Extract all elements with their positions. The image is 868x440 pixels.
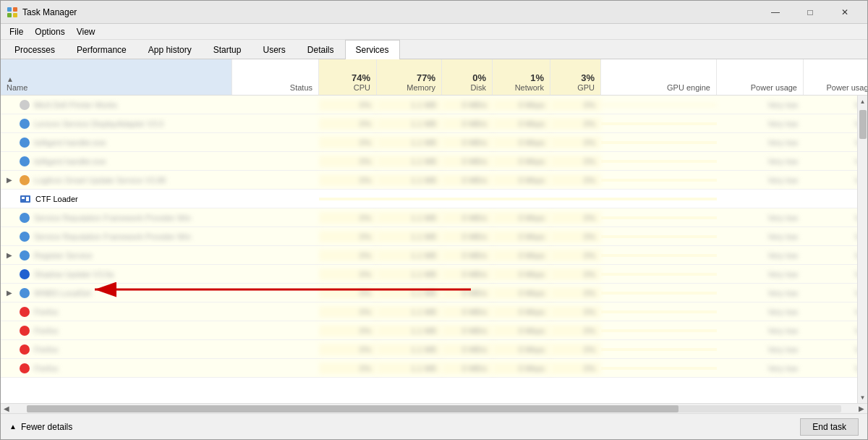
col-disk-pct: 0%: [472, 72, 486, 83]
horizontal-scrollbar[interactable]: ◀ ▶: [1, 403, 867, 413]
col-name[interactable]: ▲ Name: [1, 59, 232, 95]
table-body: MicIt Defi Printer Works 0% 1.1 MB 0 MB/…: [1, 96, 867, 378]
tab-services[interactable]: Services: [345, 40, 400, 59]
network-cell: 0 Mbps: [493, 363, 550, 374]
gpu-cell: 0%: [550, 137, 601, 148]
network-cell: 0 Mbps: [493, 99, 550, 111]
memory-cell: 1.1 MB: [377, 212, 442, 224]
process-icon: [20, 344, 30, 355]
power-cell: Very low: [717, 325, 804, 337]
gpu-engine-cell: [601, 235, 717, 238]
scroll-right-button[interactable]: ▶: [856, 405, 867, 412]
network-cell: 0 Mbps: [493, 250, 550, 261]
col-cpu-pct: 74%: [352, 72, 370, 83]
memory-cell: 1.1 MB: [377, 156, 442, 167]
disk-cell: 0 MB/s: [442, 363, 493, 374]
memory-cell: 1.1 MB: [377, 325, 442, 337]
gpu-engine-cell: [601, 141, 717, 144]
end-task-button[interactable]: End task: [800, 418, 859, 436]
col-memory-pct: 77%: [417, 72, 435, 83]
col-gpu[interactable]: 3% GPU: [550, 59, 601, 95]
col-power[interactable]: Power usage: [717, 59, 804, 95]
maximize-button[interactable]: □: [793, 1, 827, 24]
ctf-loader-row[interactable]: CTF Loader: [1, 190, 867, 208]
close-button[interactable]: ✕: [828, 1, 861, 24]
process-name-cell: lolAgent handler.exe: [1, 136, 232, 149]
cpu-cell: 0%: [319, 137, 377, 148]
col-power-trend[interactable]: Power usage t...: [804, 59, 867, 95]
expand-icon[interactable]: ▶: [7, 251, 15, 259]
gpu-engine-cell: [601, 160, 717, 163]
table-row[interactable]: Firefox 0% 1.1 MB 0 MB/s 0 Mbps 0% Very …: [1, 302, 867, 321]
gpu-engine-cell: [601, 179, 717, 182]
scroll-down-button[interactable]: ▼: [858, 392, 868, 403]
process-icon: [20, 326, 30, 336]
col-status-label: Status: [290, 83, 312, 92]
col-cpu[interactable]: 74% CPU: [319, 59, 377, 95]
memory-cell: 1.1 MB: [377, 174, 442, 186]
tab-details[interactable]: Details: [297, 40, 345, 59]
table-row[interactable]: MicIt Defi Printer Works 0% 1.1 MB 0 MB/…: [1, 96, 867, 114]
disk-cell: 0 MB/s: [442, 325, 493, 337]
table-row[interactable]: Service Reputation Framework Provider Wi…: [1, 227, 867, 246]
minimize-button[interactable]: —: [759, 1, 792, 24]
tab-app-history[interactable]: App history: [137, 40, 203, 59]
expand-icon[interactable]: ▶: [7, 176, 15, 184]
menu-view[interactable]: View: [71, 25, 101, 38]
table-row[interactable]: lolAgent handler.exe 0% 1.1 MB 0 MB/s 0 …: [1, 133, 867, 152]
svg-rect-1: [13, 7, 17, 12]
disk-cell: 0 MB/s: [442, 118, 493, 130]
process-name: Shadow Update V3.0a: [34, 270, 114, 279]
table-row[interactable]: Lenovo Service DisplayAdapter V3.0 0% 1.…: [1, 114, 867, 133]
table-row[interactable]: ▶ Logitron Smart Update Service V3.88 0%…: [1, 171, 867, 190]
tab-processes[interactable]: Processes: [4, 40, 66, 59]
table-row[interactable]: Shadow Update V3.0a 0% 1.1 MB 0 MB/s 0 M…: [1, 265, 867, 284]
gpu-engine-cell: [601, 310, 717, 313]
tab-startup[interactable]: Startup: [203, 40, 252, 59]
scroll-up-button[interactable]: ▲: [858, 96, 868, 107]
menu-options[interactable]: Options: [29, 25, 70, 38]
gpu-cell: 0%: [550, 325, 601, 337]
status-cell: [232, 235, 319, 238]
gpu-engine-cell: [601, 198, 717, 200]
col-network[interactable]: 1% Network: [493, 59, 550, 95]
gpu-cell: 0%: [550, 250, 601, 261]
table-row[interactable]: Firefox 0% 1.1 MB 0 MB/s 0 Mbps 0% Very …: [1, 359, 867, 378]
tab-performance[interactable]: Performance: [66, 40, 137, 59]
expand-icon[interactable]: ▶: [7, 289, 15, 297]
table-header: ▲ Name Status 74% CPU 77% Memory 0% Disk…: [1, 59, 867, 96]
col-gpu-engine[interactable]: GPU engine: [601, 59, 717, 95]
table-row[interactable]: Firefox 0% 1.1 MB 0 MB/s 0 Mbps 0% Very …: [1, 321, 867, 340]
vertical-scrollbar[interactable]: ▲ ▼: [857, 96, 867, 403]
col-memory[interactable]: 77% Memory: [377, 59, 442, 95]
cpu-cell: 0%: [319, 363, 377, 374]
fewer-details-button[interactable]: ▲ Fewer details: [9, 422, 72, 432]
menu-file[interactable]: File: [4, 25, 29, 38]
col-status[interactable]: Status: [232, 59, 319, 95]
cpu-cell: 0%: [319, 306, 377, 318]
table-row[interactable]: Firefox 0% 1.1 MB 0 MB/s 0 Mbps 0% Very …: [1, 340, 867, 359]
process-name-cell: Shadow Update V3.0a: [1, 268, 232, 281]
col-disk[interactable]: 0% Disk: [442, 59, 493, 95]
scroll-left-button[interactable]: ◀: [1, 405, 12, 412]
status-cell: [232, 310, 319, 313]
table-row[interactable]: ▶ WNBS LocalSet 0% 1.1 MB 0 MB/s 0 Mbps …: [1, 284, 867, 302]
tab-users[interactable]: Users: [252, 40, 296, 59]
scroll-thumb[interactable]: [859, 110, 867, 139]
cpu-cell: 0%: [319, 156, 377, 167]
disk-cell: 0 MB/s: [442, 268, 493, 280]
status-cell: [232, 160, 319, 163]
gpu-engine-cell: [601, 329, 717, 332]
col-network-pct: 1%: [530, 72, 544, 83]
network-cell: 0 Mbps: [493, 212, 550, 224]
process-icon: [20, 138, 30, 148]
scrollbar-thumb[interactable]: [27, 405, 678, 412]
status-cell: [232, 254, 319, 257]
table-row[interactable]: ▶ Register Service 0% 1.1 MB 0 MB/s 0 Mb…: [1, 246, 867, 265]
power-cell: Very low: [717, 99, 804, 111]
table-row[interactable]: Service Reputation Framework Provider Wi…: [1, 208, 867, 227]
col-power-trend-label: Power usage t...: [827, 83, 868, 92]
process-name-cell: ▶ Logitron Smart Update Service V3.88: [1, 174, 232, 187]
table-row[interactable]: lolAgent handler.exe 0% 1.1 MB 0 MB/s 0 …: [1, 152, 867, 171]
network-cell: 0 Mbps: [493, 287, 550, 299]
